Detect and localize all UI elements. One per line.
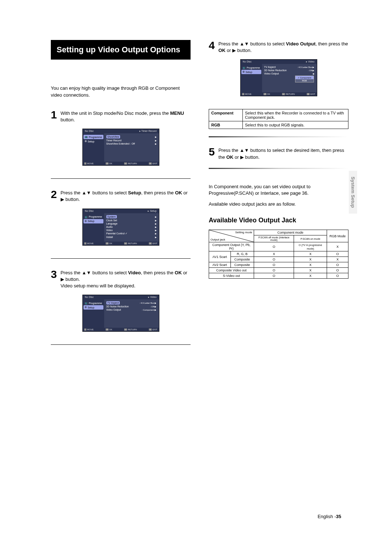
osd4-rows: TV Aspect: 4:3 Letter Box ▶ 3D Noise Red… [262, 64, 317, 92]
divider-gradient [209, 136, 348, 137]
step-number: 3 [51, 269, 57, 280]
step-number: 1 [51, 109, 57, 120]
video-output-dropdown: ✓ Component RGB [295, 76, 314, 82]
output-jack-table: Setting mode Output jack Component mode … [209, 230, 348, 279]
step-bold: MENU [170, 110, 184, 116]
page-footer: English -35 [318, 514, 341, 519]
page-title: Setting up Video Output Options [51, 40, 191, 60]
step-text: With the unit in Stop mode/No Disc mode,… [61, 110, 170, 116]
step-4: 4 Press the ▲▼ buttons to select Video O… [209, 40, 348, 54]
step-number: 4 [209, 40, 215, 51]
divider-gradient [209, 168, 348, 169]
updown-icon: ▲▼ [240, 41, 249, 47]
osd-screenshot-1: No Disc▸ Timer Record 📺 Programme ⚙ Setu… [82, 129, 159, 166]
osd-screenshot-3: No Disc▸ Video 📺 Programme ⚙ Setup TV As… [82, 295, 159, 332]
osd-screenshot-4: No Disc▸ Video 📺 Programme ⚙ Setup TV As… [240, 59, 317, 96]
updown-icon: ▲▼ [82, 270, 91, 275]
osd1-rows: ShowView▶ Timer Record▶ ShowView Extende… [104, 133, 159, 162]
note-paragraph: Available video output jacks are as foll… [209, 201, 348, 207]
osd-screenshot-2: No Disc▸ Setup 📺 Programme ⚙ Setup Syste… [82, 209, 159, 246]
output-option-table: ComponentSelect this when the Recorder i… [209, 109, 348, 129]
step-number: 2 [51, 189, 57, 200]
section-tab: System Setup [349, 171, 357, 214]
osd2-rows: System▶ Clock Set▶ Language▶ Audio▶ Vide… [104, 213, 159, 242]
note-paragraph: In Component mode, you can set video out… [209, 183, 348, 197]
updown-icon: ▲▼ [82, 190, 91, 195]
step-text: button. [61, 117, 75, 122]
step-number: 5 [209, 146, 215, 157]
updown-icon: ▲▼ [240, 148, 249, 153]
step-5: 5 Press the ▲▼ buttons to select the des… [209, 146, 348, 160]
step-1: 1 With the unit in Stop mode/No Disc mod… [51, 109, 191, 123]
osd3-rows: TV Aspect: 4:3 Letter Box ▶ 3D Noise Red… [104, 299, 159, 328]
subheading: Available Video Output Jack [209, 217, 348, 224]
intro-text: You can enjoy high quality image through… [51, 85, 191, 98]
step-3: 3 Press the ▲▼ buttons to select Video, … [51, 269, 191, 290]
step-2: 2 Press the ▲▼ buttons to select Setup, … [51, 189, 191, 203]
